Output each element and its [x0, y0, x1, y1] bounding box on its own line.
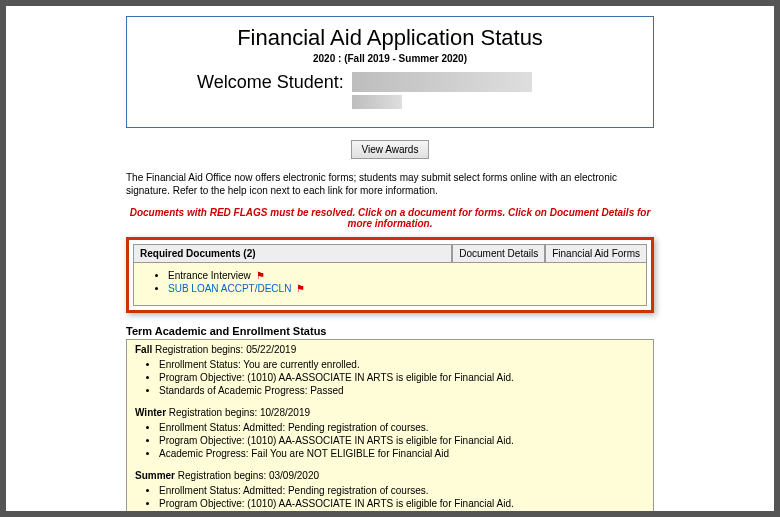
term-name: Winter: [135, 407, 166, 418]
required-document-item: SUB LOAN ACCPT/DECLN ⚑: [168, 282, 636, 295]
term-bullet: Program Objective: (1010) AA-ASSOCIATE I…: [159, 371, 645, 384]
required-documents-body: Entrance Interview ⚑SUB LOAN ACCPT/DECLN…: [133, 263, 647, 306]
button-row: View Awards: [126, 140, 654, 159]
page-title: Financial Aid Application Status: [137, 25, 643, 51]
redacted-bar-1: [352, 72, 532, 92]
page-subtitle: 2020 : (Fall 2019 - Summer 2020): [137, 53, 643, 64]
welcome-row: Welcome Student:: [137, 72, 643, 109]
redacted-student-name: [352, 72, 532, 109]
term-bullet: Program Objective: (1010) AA-ASSOCIATE I…: [159, 434, 645, 447]
term-block: Fall Registration begins: 05/22/2019Enro…: [135, 344, 645, 397]
content-area: Financial Aid Application Status 2020 : …: [6, 6, 774, 517]
required-documents-panel: Required Documents (2) Document Details …: [126, 237, 654, 313]
view-awards-button[interactable]: View Awards: [351, 140, 430, 159]
term-bullet-list: Enrollment Status: Admitted: Pending reg…: [135, 484, 645, 517]
term-bullet: Academic Progress: Fail You are NOT ELIG…: [159, 447, 645, 460]
welcome-label: Welcome Student:: [197, 72, 344, 93]
required-documents-heading: Required Documents (2): [133, 244, 452, 263]
term-heading: Summer Registration begins: 03/09/2020: [135, 470, 645, 481]
term-bullet: Enrollment Status: You are currently enr…: [159, 358, 645, 371]
required-document-item: Entrance Interview ⚑: [168, 269, 636, 282]
term-name: Summer: [135, 470, 175, 481]
financial-aid-forms-link[interactable]: Financial Aid Forms: [545, 244, 647, 263]
term-bullet: Program Objective: (1010) AA-ASSOCIATE I…: [159, 497, 645, 510]
term-bullet: Standards of Academic Progress: PENDING-…: [159, 510, 645, 517]
term-bullet: Enrollment Status: Admitted: Pending reg…: [159, 421, 645, 434]
term-bullet: Standards of Academic Progress: Passed: [159, 384, 645, 397]
term-name: Fall: [135, 344, 152, 355]
app-frame: Financial Aid Application Status 2020 : …: [0, 0, 780, 517]
intro-text: The Financial Aid Office now offers elec…: [126, 171, 654, 197]
term-bullet-list: Enrollment Status: You are currently enr…: [135, 358, 645, 397]
document-label[interactable]: SUB LOAN ACCPT/DECLN: [168, 283, 291, 294]
term-heading: Winter Registration begins: 10/28/2019: [135, 407, 645, 418]
term-status-panel: Fall Registration begins: 05/22/2019Enro…: [126, 339, 654, 517]
header-panel: Financial Aid Application Status 2020 : …: [126, 16, 654, 128]
document-label: Entrance Interview: [168, 270, 251, 281]
term-block: Summer Registration begins: 03/09/2020En…: [135, 470, 645, 517]
term-heading: Fall Registration begins: 05/22/2019: [135, 344, 645, 355]
term-status-title: Term Academic and Enrollment Status: [126, 325, 654, 337]
redacted-bar-2: [352, 95, 402, 109]
term-bullet-list: Enrollment Status: Admitted: Pending reg…: [135, 421, 645, 460]
red-flag-notice: Documents with RED FLAGS must be resolve…: [126, 207, 654, 229]
document-details-link[interactable]: Document Details: [452, 244, 545, 263]
red-flag-icon: ⚑: [256, 270, 265, 281]
term-block: Winter Registration begins: 10/28/2019En…: [135, 407, 645, 460]
term-bullet: Enrollment Status: Admitted: Pending reg…: [159, 484, 645, 497]
required-documents-header: Required Documents (2) Document Details …: [133, 244, 647, 263]
red-flag-icon: ⚑: [296, 283, 305, 294]
